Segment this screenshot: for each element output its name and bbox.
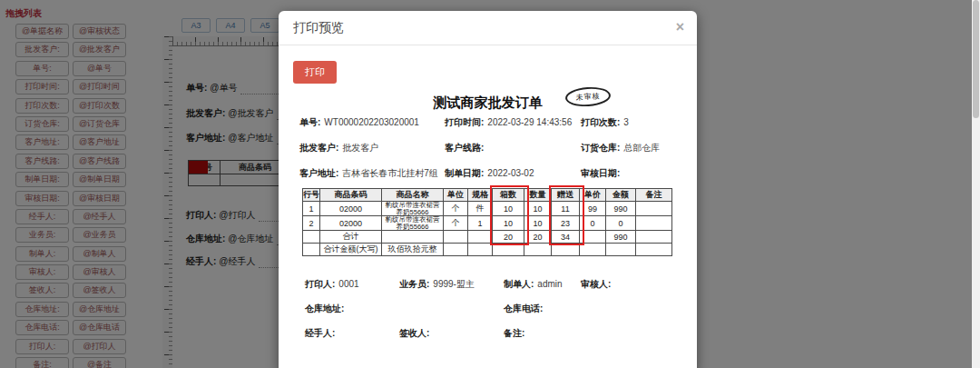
template-designer-page: 拖拽列表 @单据名称 @审核状态 批发客户: @批发客户 单号: @单号 打印时… xyxy=(0,0,980,368)
document-info: 单号:WT0000202203020001 打印时间:2022-03-29 14… xyxy=(299,116,681,193)
footer-warehouse-address: 仓库地址: xyxy=(305,303,348,315)
footer-receiver: 签收人: xyxy=(399,327,433,340)
info-wholesale-customer: 批发客户:批发客户 xyxy=(299,142,445,154)
footer-warehouse-phone: 仓库电话: xyxy=(504,303,546,315)
info-customer-route: 客户线路: xyxy=(445,142,581,154)
table-row: 202000 豹纹吊带连衣裙营养奶55666个 110 1023 00 xyxy=(303,216,672,231)
box-count-column-highlight xyxy=(490,185,529,245)
info-print-time: 打印时间:2022-03-29 14:43:56 xyxy=(445,116,581,129)
footer-maker: 制单人:admin xyxy=(504,278,563,291)
order-items-table: 行号商品条码 商品名称单位 规格箱数 数量赠送 单价金额 备注 102000 豹… xyxy=(302,188,672,256)
table-total-row: 合计 20 2034 990 xyxy=(303,231,672,244)
print-button[interactable]: 打印 xyxy=(293,61,337,84)
info-print-count: 打印次数:3 xyxy=(581,116,681,129)
page-scrollbar[interactable] xyxy=(972,0,980,368)
footer-auditor: 审核人: xyxy=(581,278,614,291)
gift-column-highlight xyxy=(549,185,584,245)
table-row: 102000 豹纹吊带连衣裙营养奶55666个 件10 1011 99990 xyxy=(303,202,672,216)
footer-printer: 打印人:0001 xyxy=(305,278,359,291)
footer-salesman: 业务员:9999-盟主 xyxy=(399,278,475,291)
footer-remark: 备注: xyxy=(504,327,528,340)
info-make-date: 制单日期:2022-03-02 xyxy=(445,167,581,180)
info-order-no: 单号:WT0000202203020001 xyxy=(299,116,445,129)
scrollbar-thumb[interactable] xyxy=(973,0,979,118)
table-amount-words-row: 合计金额(大写) 玖佰玖拾元整 xyxy=(303,244,672,256)
info-audit-date: 审核日期: xyxy=(581,167,681,180)
table-header-row: 行号商品条码 商品名称单位 规格箱数 数量赠送 单价金额 备注 xyxy=(303,189,672,202)
close-icon[interactable]: × xyxy=(676,19,684,35)
print-preview-modal: 打印预览 × 打印 测试商家批发订单 未审核 单号:WT000020220302… xyxy=(279,11,697,368)
footer-handler: 经手人: xyxy=(305,327,338,340)
modal-title: 打印预览 xyxy=(293,20,344,35)
modal-header: 打印预览 × xyxy=(279,11,697,45)
info-order-warehouse: 订货仓库:总部仓库 xyxy=(581,142,681,154)
document-title: 测试商家批发订单 xyxy=(279,94,697,112)
info-customer-address: 客户地址:吉林省长春市北挂村7组 xyxy=(299,167,445,180)
